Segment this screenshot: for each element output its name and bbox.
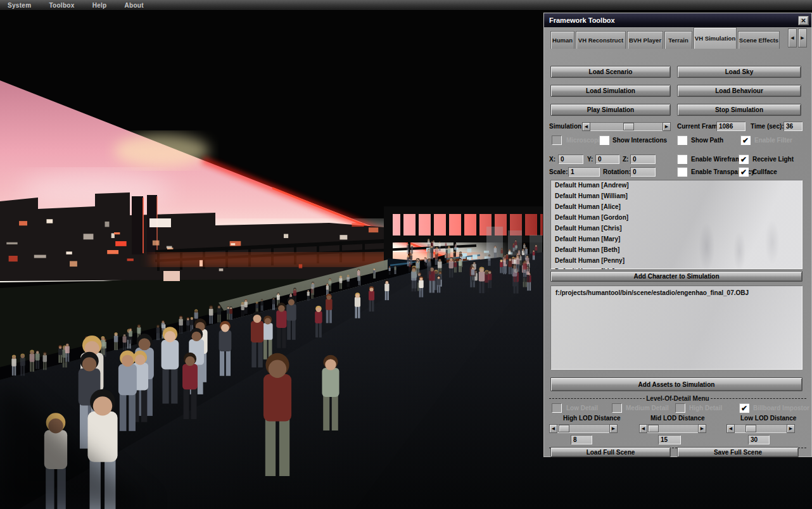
character-list[interactable]: Default Human [Andrew]Default Human [Wil… [550,180,802,269]
character-list-item[interactable]: Default Human [Mary] [550,234,802,244]
load-sky-button[interactable]: Load Sky [677,66,801,78]
receive-light-label: Receive Light [752,154,794,165]
menu-item-help[interactable]: Help [92,2,107,9]
mid-lod-distance-label: Mid LOD Distance [650,413,705,424]
simulation-scrollbar[interactable]: ◀ ▶ [582,122,671,131]
play-simulation-button[interactable]: Play Simulation [550,104,671,116]
separator-line [549,398,645,399]
medium-detail-checkbox[interactable] [612,403,622,413]
assets-list[interactable]: f:/projects/humantool/bin/scene/estadio/… [550,286,802,370]
cullface-checkbox[interactable] [739,167,749,177]
show-interactions-checkbox[interactable] [599,135,609,145]
asset-path-item[interactable]: f:/projects/humantool/bin/scene/estadio/… [550,286,802,300]
framework-toolbox-window: Framework Toolbox ✕ Human VH Reconstruct… [543,13,812,457]
medium-detail-label: Medium Detail [626,403,669,413]
tab-scene-effects[interactable]: Scene Effects [738,31,780,49]
microscopic-checkbox[interactable] [552,135,562,145]
close-button[interactable]: ✕ [798,16,809,25]
z-label: Z: [623,154,628,165]
slider-left-arrow-icon[interactable]: ◀ [639,424,647,433]
show-interactions-label: Show Interactions [612,135,667,146]
tab-strip: Human VH Reconstruct BVH Player Terrain … [544,27,811,49]
tab-bvh-player[interactable]: BVH Player [627,31,663,49]
scrollbar-thumb[interactable] [623,123,634,130]
scrollbar-left-arrow-icon[interactable]: ◀ [582,122,590,131]
lod-menu-title: Level-Of-Detail Menu [646,395,709,402]
mid-lod-value-field[interactable] [658,435,681,444]
enable-wireframe-checkbox[interactable] [677,154,687,164]
slider-right-arrow-icon[interactable]: ▶ [698,424,706,433]
billboard-impostor-checkbox[interactable] [739,403,749,413]
menu-item-system[interactable]: System [8,2,31,9]
mid-lod-slider[interactable]: ◀ ▶ [639,424,706,433]
character-list-item[interactable]: Default Human [Alice] [550,201,802,212]
save-full-scene-button[interactable]: Save Full Scene [677,447,799,457]
z-field[interactable] [630,154,656,164]
rotation-field[interactable] [630,167,656,177]
enable-wireframe-label: Enable Wireframe [691,154,744,165]
character-list-item[interactable]: Default Human [Andrew] [550,180,802,191]
load-simulation-button[interactable]: Load Simulation [550,85,671,97]
y-label: Y: [587,154,593,165]
stop-simulation-button[interactable]: Stop Simulation [677,104,801,116]
receive-light-checkbox[interactable] [739,154,749,164]
lod-menu-separator: Level-Of-Detail Menu [549,395,806,401]
slider-thumb[interactable] [745,425,756,432]
enable-transparency-checkbox[interactable] [677,167,687,177]
microscopic-label: Microscopic [566,135,603,146]
tab-scroll-left-icon[interactable]: ◀ [788,28,797,47]
add-character-button[interactable]: Add Character to Simulation [550,271,802,282]
x-field[interactable] [558,154,583,164]
high-lod-value-field[interactable] [571,435,592,444]
time-field[interactable] [783,122,802,131]
y-field[interactable] [595,154,619,164]
menu-item-about[interactable]: About [125,2,144,9]
window-titlebar[interactable]: Framework Toolbox ✕ [544,13,811,27]
enable-filter-label: Enable Filter [754,135,792,146]
slider-right-arrow-icon[interactable]: ▶ [787,424,795,433]
load-full-scene-button[interactable]: Load Full Scene [550,447,671,457]
scale-label: Scale: [549,167,568,177]
character-list-item[interactable]: Default Human [Gordon] [550,212,802,223]
slider-left-arrow-icon[interactable]: ◀ [549,424,557,433]
tab-vh-simulation[interactable]: VH Simulation [694,27,737,49]
character-list-item[interactable]: Default Human [Chris] [550,223,802,234]
high-detail-checkbox[interactable] [675,403,685,413]
tab-terrain[interactable]: Terrain [664,31,692,49]
scrollbar-right-arrow-icon[interactable]: ▶ [663,122,671,131]
x-label: X: [549,154,555,165]
load-scenario-button[interactable]: Load Scenario [550,66,671,78]
current-frame-field[interactable] [716,122,745,131]
menu-bar: System Toolbox Help About [0,0,812,11]
window-title: Framework Toolbox [549,16,798,24]
high-detail-label: High Detail [689,403,722,413]
slider-thumb[interactable] [648,425,659,432]
add-assets-button[interactable]: Add Assets to Simulation [550,377,802,391]
low-detail-label: Low Detail [566,403,598,413]
rotation-label: Rotation: [603,167,631,177]
slider-thumb[interactable] [559,425,569,432]
slider-right-arrow-icon[interactable]: ▶ [609,424,618,433]
low-lod-value-field[interactable] [748,435,770,444]
time-label: Time (sec): [751,122,784,132]
character-list-item[interactable]: Default Human [Beth] [550,244,802,255]
character-list-item[interactable]: Default Human [William] [550,191,802,201]
enable-filter-checkbox[interactable] [740,135,751,145]
low-lod-distance-label: Low LOD Distance [740,413,796,424]
billboard-impostor-label: Billboard Impostor [753,403,809,413]
high-lod-distance-label: High LOD Distance [563,413,621,424]
load-behaviour-button[interactable]: Load Behaviour [677,85,801,97]
scale-field[interactable] [568,167,600,177]
low-detail-checkbox[interactable] [552,403,562,413]
separator-line [711,398,806,399]
slider-left-arrow-icon[interactable]: ◀ [726,424,735,433]
high-lod-slider[interactable]: ◀ ▶ [549,424,618,433]
character-list-item[interactable]: Default Human [Liv] [550,266,802,269]
tab-vh-reconstruct[interactable]: VH Reconstruct [576,31,626,49]
character-list-item[interactable]: Default Human [Penny] [550,255,802,266]
tab-scroll-right-icon[interactable]: ▶ [798,28,807,47]
tab-human[interactable]: Human [550,31,574,49]
show-path-checkbox[interactable] [677,135,687,145]
low-lod-slider[interactable]: ◀ ▶ [726,424,795,433]
menu-item-toolbox[interactable]: Toolbox [49,2,74,9]
